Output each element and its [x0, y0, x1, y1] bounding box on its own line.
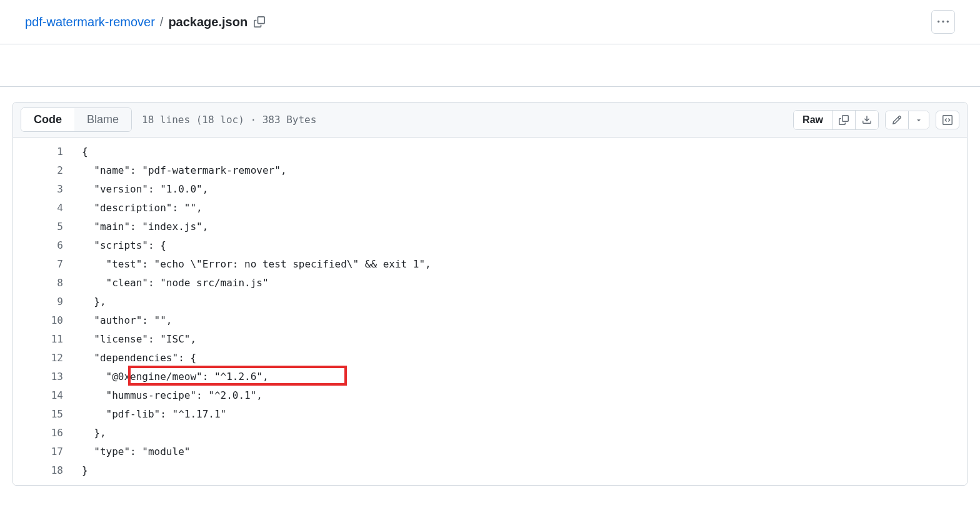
- tab-group: Code Blame: [21, 108, 132, 132]
- breadcrumb: pdf-watermark-remover / package.json: [25, 14, 268, 30]
- line-number[interactable]: 1: [13, 142, 82, 161]
- tab-blame[interactable]: Blame: [74, 108, 131, 131]
- toolbar-left: Code Blame 18 lines (18 loc) · 383 Bytes: [21, 108, 316, 132]
- line-content: },: [82, 292, 967, 311]
- line-number[interactable]: 2: [13, 161, 82, 180]
- edit-group: [885, 111, 929, 129]
- line-content: {: [82, 142, 967, 161]
- code-line[interactable]: 8 "clean": "node src/main.js": [13, 274, 967, 292]
- symbols-icon: [942, 115, 952, 125]
- line-number[interactable]: 7: [13, 255, 82, 274]
- breadcrumb-repo-link[interactable]: pdf-watermark-remover: [25, 15, 155, 29]
- code-line[interactable]: 7 "test": "echo \"Error: no test specifi…: [13, 255, 967, 274]
- breadcrumb-separator: /: [160, 15, 164, 29]
- copy-raw-button[interactable]: [832, 111, 855, 129]
- kebab-horizontal-icon: [938, 16, 949, 28]
- download-icon: [862, 115, 872, 125]
- content: Code Blame 18 lines (18 loc) · 383 Bytes…: [0, 87, 980, 501]
- tab-code[interactable]: Code: [21, 108, 74, 131]
- line-number[interactable]: 4: [13, 199, 82, 218]
- line-content: "description": "",: [82, 199, 967, 218]
- line-number[interactable]: 17: [13, 442, 82, 461]
- raw-button[interactable]: Raw: [794, 111, 832, 129]
- line-number[interactable]: 16: [13, 424, 82, 442]
- line-content: "license": "ISC",: [82, 330, 967, 349]
- more-options-button[interactable]: [931, 10, 955, 34]
- line-content: "type": "module": [82, 442, 967, 461]
- edit-button[interactable]: [886, 111, 908, 129]
- line-content: "version": "1.0.0",: [82, 180, 967, 199]
- line-content: "@0xengine/meow": "^1.2.6",: [82, 368, 967, 386]
- line-number[interactable]: 5: [13, 218, 82, 236]
- line-number[interactable]: 9: [13, 292, 82, 311]
- file-stats: 18 lines (18 loc) · 383 Bytes: [142, 114, 316, 126]
- code-line[interactable]: 3 "version": "1.0.0",: [13, 180, 967, 199]
- line-content: "author": "",: [82, 311, 967, 330]
- copy-path-button[interactable]: [251, 14, 268, 30]
- code-line[interactable]: 11 "license": "ISC",: [13, 330, 967, 349]
- line-content: "name": "pdf-watermark-remover",: [82, 161, 967, 180]
- line-number[interactable]: 18: [13, 461, 82, 480]
- line-number[interactable]: 8: [13, 274, 82, 292]
- toolbar-right: Raw: [793, 110, 959, 130]
- file-toolbar: Code Blame 18 lines (18 loc) · 383 Bytes…: [13, 102, 967, 138]
- code-line[interactable]: 16 },: [13, 424, 967, 442]
- download-raw-button[interactable]: [855, 111, 878, 129]
- code-line[interactable]: 12 "dependencies": {: [13, 349, 967, 368]
- breadcrumb-file: package.json: [168, 15, 248, 29]
- pencil-icon: [892, 115, 902, 125]
- line-content: "dependencies": {: [82, 349, 967, 368]
- copy-icon: [254, 16, 265, 28]
- code-line[interactable]: 15 "pdf-lib": "^1.17.1": [13, 405, 967, 424]
- raw-group: Raw: [793, 110, 879, 130]
- line-content: "hummus-recipe": "^2.0.1",: [82, 386, 967, 405]
- triangle-down-icon: [915, 116, 922, 124]
- line-content: "main": "index.js",: [82, 218, 967, 236]
- code-line[interactable]: 5 "main": "index.js",: [13, 218, 967, 236]
- code-line[interactable]: 17 "type": "module": [13, 442, 967, 461]
- line-content: }: [82, 461, 967, 480]
- line-content: "clean": "node src/main.js": [82, 274, 967, 292]
- file-header: pdf-watermark-remover / package.json: [0, 0, 980, 44]
- line-content: "scripts": {: [82, 236, 967, 255]
- code-line[interactable]: 13 "@0xengine/meow": "^1.2.6",: [13, 368, 967, 386]
- line-content: },: [82, 424, 967, 442]
- code-line[interactable]: 10 "author": "",: [13, 311, 967, 330]
- code-line[interactable]: 4 "description": "",: [13, 199, 967, 218]
- line-content: "test": "echo \"Error: no test specified…: [82, 255, 967, 274]
- code-line[interactable]: 1{: [13, 142, 967, 161]
- copy-icon: [839, 115, 849, 125]
- line-number[interactable]: 3: [13, 180, 82, 199]
- line-content: "pdf-lib": "^1.17.1": [82, 405, 967, 424]
- code-line[interactable]: 18}: [13, 461, 967, 480]
- code-line[interactable]: 2 "name": "pdf-watermark-remover",: [13, 161, 967, 180]
- line-number[interactable]: 14: [13, 386, 82, 405]
- code-area: 1{2 "name": "pdf-watermark-remover",3 "v…: [13, 138, 967, 485]
- edit-dropdown-button[interactable]: [908, 111, 929, 129]
- line-number[interactable]: 15: [13, 405, 82, 424]
- code-line[interactable]: 6 "scripts": {: [13, 236, 967, 255]
- line-number[interactable]: 11: [13, 330, 82, 349]
- code-line[interactable]: 14 "hummus-recipe": "^2.0.1",: [13, 386, 967, 405]
- code-line[interactable]: 9 },: [13, 292, 967, 311]
- line-number[interactable]: 10: [13, 311, 82, 330]
- line-number[interactable]: 13: [13, 368, 82, 386]
- spacer: [0, 44, 980, 87]
- symbols-button[interactable]: [936, 111, 959, 129]
- line-number[interactable]: 12: [13, 349, 82, 368]
- file-box: Code Blame 18 lines (18 loc) · 383 Bytes…: [12, 102, 968, 486]
- line-number[interactable]: 6: [13, 236, 82, 255]
